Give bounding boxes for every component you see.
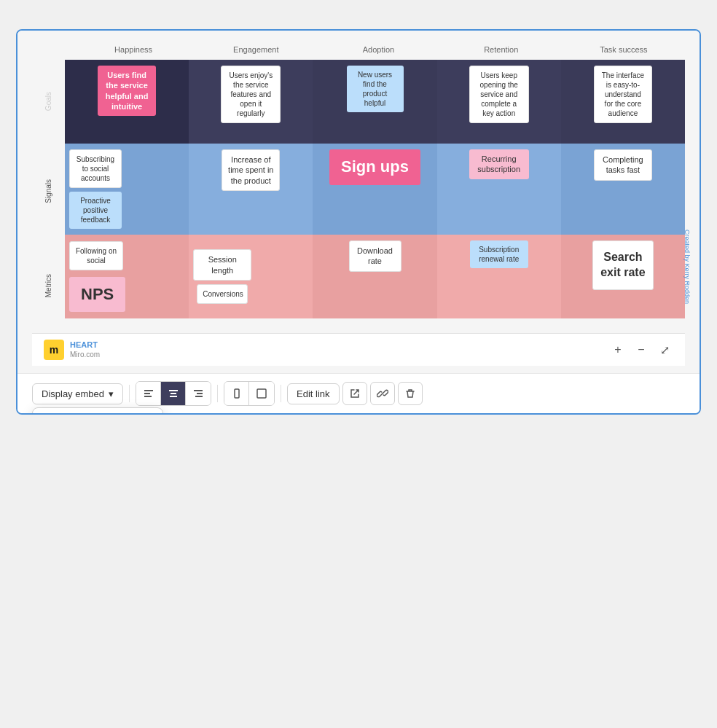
- signals-engagement-cell: Increase of time spent in the product: [189, 144, 313, 235]
- signals-row: Subscribing to social accounts Proactive…: [65, 144, 685, 235]
- miro-board-title: HEART: [70, 340, 100, 350]
- col-header-happiness: Happiness: [72, 45, 195, 54]
- metrics-row: Following on social NPS Session length C…: [65, 235, 685, 318]
- dropdown-menu: Display inline Display card ☞ Display em…: [32, 407, 163, 415]
- miro-source-url: Miro.com: [70, 351, 100, 359]
- note-interface-easy: The interface is easy-to-understand for …: [594, 66, 652, 123]
- align-left-icon: [144, 388, 154, 399]
- goals-retention-cell: Users keep opening the service and compl…: [437, 60, 561, 144]
- svg-rect-0: [144, 390, 153, 391]
- note-completing-tasks: Completing tasks fast: [594, 149, 652, 181]
- svg-rect-7: [197, 393, 203, 394]
- created-by-watermark: Created by Kerry Rodden: [683, 230, 691, 304]
- note-subscribing: Subscribing to social accounts: [69, 149, 122, 188]
- align-button-group: [136, 381, 211, 406]
- metrics-adoption-cell: Download rate: [313, 235, 436, 318]
- align-right-icon: [193, 388, 203, 399]
- col-header-retention: Retention: [440, 45, 563, 54]
- miro-logo-text: HEART Miro.com: [70, 340, 100, 359]
- note-increase-time: Increase of time spent in the product: [222, 149, 280, 191]
- external-link-button[interactable]: [342, 382, 367, 405]
- signals-happiness-cell: Subscribing to social accounts Proactive…: [65, 144, 189, 235]
- metrics-happiness-cell: Following on social NPS: [65, 235, 189, 318]
- chevron-down-icon: ▾: [109, 388, 114, 399]
- align-left-button[interactable]: [136, 382, 161, 405]
- row-label-signals: Signals: [44, 179, 52, 203]
- toolbar-separator-2: [217, 385, 218, 402]
- signals-task-cell: Completing tasks fast: [561, 144, 685, 235]
- svg-rect-3: [169, 390, 178, 391]
- note-nps: NPS: [69, 277, 125, 313]
- note-download-rate: Download rate: [349, 240, 401, 272]
- goals-happiness-cell: Users find the service helpful and intui…: [65, 60, 189, 144]
- note-search-exit: Search exit rate: [592, 240, 654, 290]
- note-signups: Sign ups: [329, 149, 420, 185]
- note-proactive: Proactive positive feedback: [69, 192, 122, 229]
- zoom-in-button[interactable]: +: [609, 341, 627, 359]
- goals-engagement-cell: Users enjoy's the service features and o…: [189, 60, 313, 144]
- miro-logo-area: m HEART Miro.com: [44, 340, 100, 360]
- signals-adoption-cell: Sign ups: [313, 144, 436, 235]
- row-label-goals: Goals: [44, 92, 52, 111]
- svg-rect-5: [170, 396, 177, 397]
- column-headers: Happiness Engagement Adoption Retention …: [72, 45, 685, 54]
- delete-button[interactable]: [398, 382, 423, 405]
- miro-bottom-bar: m HEART Miro.com + − ⤢: [32, 333, 685, 366]
- dropdown-item-inline[interactable]: Display inline: [33, 408, 162, 415]
- note-following-social: Following on social: [69, 241, 123, 270]
- note-users-find: Users find the service helpful and intui…: [98, 66, 156, 116]
- edit-link-label: Edit link: [297, 388, 330, 399]
- external-link-icon: [350, 388, 360, 399]
- display-embed-label: Display embed: [42, 388, 104, 399]
- col-header-adoption: Adoption: [317, 45, 439, 54]
- toolbar-separator-1: [129, 385, 130, 402]
- unlink-icon: [377, 388, 388, 399]
- width-large-button[interactable]: [249, 382, 274, 405]
- embed-container: Happiness Engagement Adoption Retention …: [16, 29, 701, 415]
- fullscreen-button[interactable]: ⤢: [656, 341, 673, 359]
- svg-rect-2: [144, 396, 152, 397]
- metrics-task-cell: Search exit rate: [561, 235, 685, 318]
- unlink-button[interactable]: [370, 382, 395, 405]
- miro-board: Happiness Engagement Adoption Retention …: [17, 31, 700, 373]
- align-center-button[interactable]: [161, 382, 186, 405]
- metrics-retention-cell: Subscription renewal rate: [437, 235, 561, 318]
- note-session-length: Session length: [193, 249, 251, 281]
- width-large-icon: [256, 388, 267, 399]
- toolbar: Display embed ▾: [17, 373, 700, 413]
- trash-icon: [405, 388, 415, 399]
- svg-rect-1: [144, 393, 150, 394]
- toolbar-separator-3: [281, 385, 281, 402]
- metrics-engagement-cell: Session length Conversions: [189, 235, 313, 318]
- width-button-group: [224, 381, 275, 406]
- display-embed-button[interactable]: Display embed ▾: [32, 383, 123, 404]
- note-recurring: Recurring subscription: [469, 149, 529, 179]
- col-header-task-success: Task success: [563, 45, 685, 54]
- note-new-users: New users find the product helpful: [347, 66, 404, 112]
- width-small-button[interactable]: [224, 382, 249, 405]
- note-conversions: Conversions: [197, 284, 248, 304]
- svg-rect-10: [257, 389, 266, 398]
- goals-row: Users find the service helpful and intui…: [65, 60, 685, 144]
- width-small-icon: [232, 388, 242, 399]
- goals-task-cell: The interface is easy-to-understand for …: [561, 60, 685, 144]
- zoom-out-button[interactable]: −: [632, 341, 650, 359]
- col-header-engagement: Engagement: [195, 45, 317, 54]
- svg-rect-9: [235, 389, 239, 398]
- note-users-enjoy: Users enjoy's the service features and o…: [221, 66, 281, 123]
- align-right-button[interactable]: [186, 382, 211, 405]
- svg-rect-4: [171, 393, 176, 394]
- note-subscription-renewal: Subscription renewal rate: [470, 240, 528, 268]
- note-users-keep: Users keep opening the service and compl…: [469, 66, 529, 123]
- signals-retention-cell: Recurring subscription: [437, 144, 561, 235]
- miro-controls: + − ⤢: [609, 341, 673, 359]
- miro-logo-icon: m: [44, 340, 64, 360]
- edit-link-button[interactable]: Edit link: [287, 383, 340, 404]
- align-center-icon: [168, 388, 179, 399]
- row-label-metrics: Metrics: [44, 274, 52, 297]
- goals-adoption-cell: New users find the product helpful: [313, 60, 436, 144]
- svg-rect-6: [194, 390, 203, 391]
- outer-wrapper: Happiness Engagement Adoption Retention …: [1, 15, 716, 728]
- svg-rect-8: [195, 396, 203, 397]
